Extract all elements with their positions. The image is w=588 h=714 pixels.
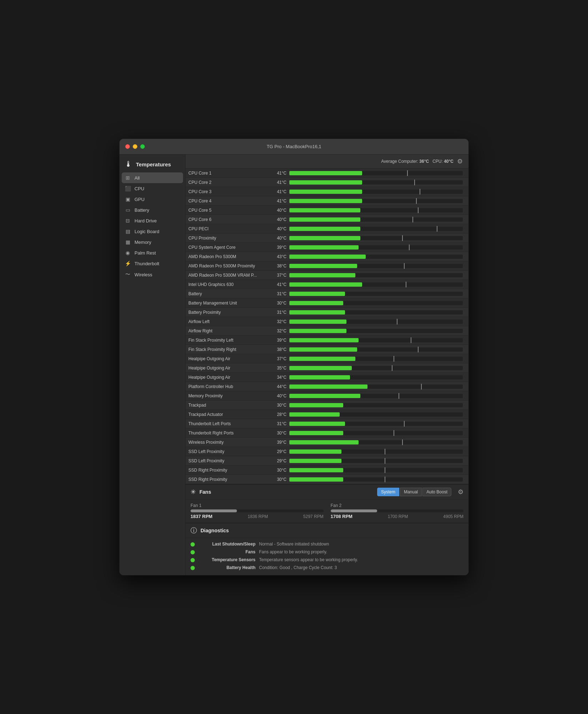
temp-sensor-name: SSD Right Proximity [188, 468, 270, 473]
table-row: Battery Management Unit30°C [186, 298, 468, 308]
sidebar-item-all[interactable]: ⊞ All [122, 172, 183, 183]
fan1-bar-row [191, 509, 324, 512]
temp-bar-marker [414, 180, 415, 185]
fan1-bar-container [191, 509, 324, 512]
temp-sensor-value: 37°C [270, 273, 287, 278]
fan1-rpm-sub: 1836 RPM [248, 514, 268, 519]
sidebar-item-wireless[interactable]: 〜 Wireless [120, 269, 185, 280]
sidebar-item-cpu[interactable]: ⬛ CPU [120, 183, 185, 194]
fan1-name: Fan 1 [191, 503, 324, 508]
temp-bar [289, 208, 360, 212]
sidebar-header: 🌡 Temperatures [120, 155, 185, 172]
table-row: Heatpipe Outgoing Air37°C [186, 354, 468, 363]
maximize-button[interactable] [140, 144, 145, 149]
fans-gear-icon[interactable]: ⚙ [458, 488, 463, 496]
temp-sensor-value: 29°C [270, 458, 287, 463]
sidebar-item-gpu[interactable]: ▣ GPU [120, 194, 185, 205]
temp-sensor-value: 39°C [270, 338, 287, 343]
temp-bar-container [289, 217, 463, 222]
sidebar-item-thunderbolt[interactable]: ⚡ Thunderbolt [120, 258, 185, 269]
close-button[interactable] [125, 144, 130, 149]
wireless-icon: 〜 [125, 271, 131, 278]
temp-bar [289, 394, 360, 398]
sidebar-item-battery[interactable]: ▭ Battery [120, 205, 185, 215]
sidebar-item-logic-board[interactable]: ▤ Logic Board [120, 226, 185, 237]
diag-label: Temperature Sensors [198, 557, 255, 562]
diagnostics-rows: Last Shutdown/SleepNormal - Software ini… [186, 540, 468, 572]
temp-sensor-value: 30°C [270, 431, 287, 436]
temp-bar [289, 227, 360, 231]
table-row: Trackpad30°C [186, 401, 468, 410]
table-row: Battery31°C [186, 289, 468, 298]
temp-sensor-value: 40°C [270, 217, 287, 222]
temp-sensor-name: SSD Right Proximity [188, 477, 270, 482]
temp-bar-container [289, 180, 463, 185]
sidebar-item-hard-drive[interactable]: ⊟ Hard Drive [120, 215, 185, 226]
temp-bar [289, 264, 357, 268]
temp-sensor-name: AMD Radeon Pro 5300M VRAM P... [188, 273, 270, 278]
fans-autoboost-button[interactable]: Auto Boost [422, 488, 451, 496]
temp-bar-container [289, 199, 463, 203]
cpu-icon: ⬛ [125, 186, 131, 191]
temp-bar-marker [385, 458, 385, 464]
temp-sensor-value: 40°C [270, 393, 287, 398]
fans-system-button[interactable]: System [377, 488, 399, 496]
fan2-bar [331, 509, 377, 512]
temp-sensor-name: Memory Proximity [188, 393, 270, 398]
temp-sensor-value: 31°C [270, 310, 287, 315]
temp-bar [289, 180, 362, 185]
temp-bar-marker [416, 198, 417, 204]
table-row: Heatpipe Outgoing Air35°C [186, 363, 468, 373]
fans-title: Fans [199, 489, 374, 495]
temp-bar-container [289, 236, 463, 240]
all-icon: ⊞ [125, 175, 131, 181]
battery-icon: ▭ [125, 207, 131, 213]
temp-bar-marker [397, 319, 397, 325]
main-content: 🌡 Temperatures ⊞ All ⬛ CPU ▣ GPU ▭ Batte… [120, 155, 468, 575]
temp-sensor-name: CPU System Agent Core [188, 245, 270, 250]
temp-sensor-value: 39°C [270, 245, 287, 250]
temp-sensor-value: 41°C [270, 282, 287, 287]
sidebar-item-palm-rest[interactable]: ◉ Palm Rest [120, 247, 185, 258]
table-row: Thunderbolt Left Ports31°C [186, 419, 468, 428]
sidebar-item-memory[interactable]: ▦ Memory [120, 237, 185, 247]
temp-sensor-value: 29°C [270, 449, 287, 454]
diag-status-dot [191, 558, 195, 562]
temp-bar [289, 412, 340, 417]
table-row: CPU PECI40°C [186, 224, 468, 233]
table-row: AMD Radeon Pro 5300M Proximity38°C [186, 261, 468, 271]
temp-bar-container [289, 329, 463, 333]
temp-bar [289, 171, 362, 175]
temp-bar-container [289, 282, 463, 287]
temp-bar-container [289, 394, 463, 398]
settings-gear-icon[interactable]: ⚙ [457, 157, 463, 165]
temp-sensor-name: Airflow Right [188, 328, 270, 333]
temp-bar [289, 236, 360, 240]
temp-sensor-name: CPU Core 5 [188, 208, 270, 213]
sidebar-item-label-hard-drive: Hard Drive [135, 218, 157, 223]
fans-header: ✳ Fans System Manual Auto Boost ⚙ [186, 485, 468, 499]
table-row: AMD Radeon Pro 5300M VRAM P...37°C [186, 271, 468, 280]
sidebar: 🌡 Temperatures ⊞ All ⬛ CPU ▣ GPU ▭ Batte… [120, 155, 186, 575]
temp-bar [289, 384, 368, 389]
diagnostics-title: Diagnostics [201, 528, 229, 533]
temp-bar [289, 422, 345, 426]
temp-sensor-value: 32°C [270, 319, 287, 324]
temp-bar [289, 199, 362, 203]
temp-bar [289, 431, 343, 435]
temp-sensor-name: Battery Management Unit [188, 301, 270, 306]
diag-value: Temperature sensors appear to be working… [259, 557, 358, 562]
temp-sensor-value: 40°C [270, 208, 287, 213]
temp-bar [289, 468, 343, 472]
table-row: SSD Right Proximity30°C [186, 466, 468, 475]
fan2-rpm-main: 1708 RPM [331, 514, 353, 519]
temp-bar-container [289, 440, 463, 444]
diag-row: Battery HealthCondition: Good , Charge C… [186, 564, 468, 572]
minimize-button[interactable] [133, 144, 137, 149]
diagnostics-header: ⓘ Diagnostics [186, 523, 468, 538]
temperature-list: CPU Core 141°CCPU Core 241°CCPU Core 341… [186, 169, 468, 484]
fans-manual-button[interactable]: Manual [400, 488, 422, 496]
temp-sensor-value: 32°C [270, 328, 287, 333]
diag-label: Battery Health [198, 565, 255, 570]
sidebar-item-label-battery: Battery [135, 207, 149, 213]
